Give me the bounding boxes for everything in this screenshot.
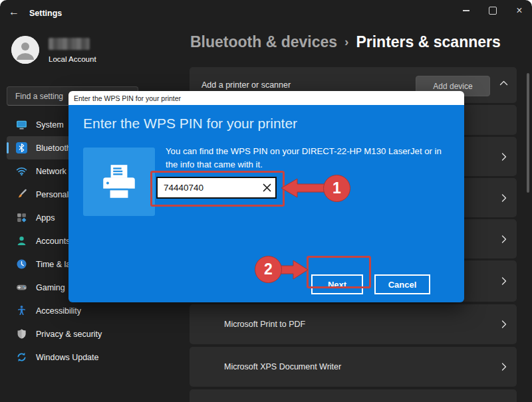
- accessibility-icon: [16, 305, 27, 316]
- annotation-box-pin-input: [150, 171, 285, 207]
- chevron-right-icon: [501, 363, 507, 371]
- sidebar-item-label: Gaming: [36, 283, 65, 292]
- sidebar-item-label: Privacy & security: [36, 330, 102, 339]
- breadcrumb: Bluetooth & devices›Printers & scanners: [190, 33, 501, 51]
- dialog-description: You can find the WPS PIN on your DIRECT-…: [166, 145, 456, 171]
- list-item[interactable]: [190, 389, 517, 402]
- chevron-right-icon: ›: [337, 35, 356, 49]
- sidebar-item-label: System: [36, 120, 64, 130]
- close-button[interactable]: ×: [512, 5, 527, 17]
- printer-row-label: Microsoft Print to PDF: [224, 320, 305, 329]
- chevron-right-icon: [501, 193, 507, 202]
- bluetooth-icon: [16, 142, 27, 153]
- settings-window: ← Settings × Local Account System: [0, 0, 532, 402]
- wifi-icon: [16, 165, 27, 177]
- apps-icon: [16, 212, 27, 223]
- window-controls: ×: [459, 4, 527, 17]
- dialog-titlebar: Enter the WPS PIN for your printer: [68, 91, 464, 105]
- printer-row-pdf[interactable]: Microsoft Print to PDF: [190, 304, 517, 344]
- minimize-icon: [463, 10, 469, 11]
- paintbrush-icon: [16, 189, 27, 200]
- add-printer-label: Add a printer or scanner: [201, 80, 291, 90]
- chevron-right-icon: [501, 320, 507, 329]
- monitor-icon: [16, 119, 27, 130]
- shield-icon: [16, 328, 27, 340]
- printer-row-label: Microsoft XPS Document Writer: [224, 362, 341, 371]
- annotation-step-1: 1: [323, 175, 350, 202]
- annotation-arrow-left-icon: [281, 177, 325, 199]
- person-silhouette-icon: [11, 36, 39, 64]
- chevron-right-icon: [501, 235, 507, 243]
- avatar: [11, 36, 39, 64]
- scrollbar-thumb[interactable]: [527, 73, 529, 193]
- chevron-right-icon: [501, 277, 507, 286]
- minimize-button[interactable]: [459, 5, 473, 17]
- dialog-titlebar-text: Enter the WPS PIN for your printer: [68, 94, 181, 102]
- sidebar-item-label: Windows Update: [36, 353, 99, 362]
- app-title: Settings: [29, 9, 62, 18]
- sidebar-item-windows-update[interactable]: Windows Update: [7, 346, 178, 369]
- person-icon: [16, 235, 27, 247]
- chevron-right-icon: [501, 152, 507, 161]
- cancel-button[interactable]: Cancel: [374, 274, 430, 294]
- back-icon[interactable]: ←: [9, 6, 19, 18]
- account-card[interactable]: Local Account: [11, 36, 96, 64]
- clock-icon: [16, 258, 27, 270]
- breadcrumb-parent[interactable]: Bluetooth & devices: [190, 33, 337, 50]
- maximize-button[interactable]: [485, 5, 500, 17]
- account-subtitle: Local Account: [49, 55, 96, 63]
- sidebar-item-privacy[interactable]: Privacy & security: [7, 322, 178, 346]
- page-title: Printers & scanners: [356, 33, 500, 50]
- sidebar-item-label: Accounts: [36, 237, 70, 246]
- annotation-box-next-button: [307, 256, 371, 288]
- printer-icon: [98, 161, 140, 203]
- close-icon: ×: [516, 5, 522, 16]
- dialog-heading: Enter the WPS PIN for your printer: [83, 116, 297, 132]
- printer-row-xps[interactable]: Microsoft XPS Document Writer: [190, 347, 517, 387]
- gamepad-icon: [16, 282, 27, 293]
- annotation-arrow-right-icon: [280, 258, 308, 281]
- update-icon: [16, 352, 27, 363]
- sidebar-item-accessibility[interactable]: Accessibility: [7, 299, 178, 322]
- sidebar-item-label: Accessibility: [36, 306, 81, 316]
- printer-tile: [83, 148, 155, 216]
- chevron-up-icon[interactable]: [499, 80, 508, 86]
- maximize-icon: [489, 7, 497, 15]
- account-name-redacted: [49, 38, 90, 50]
- sidebar-item-label: Apps: [36, 213, 55, 223]
- annotation-step-2: 2: [255, 256, 282, 283]
